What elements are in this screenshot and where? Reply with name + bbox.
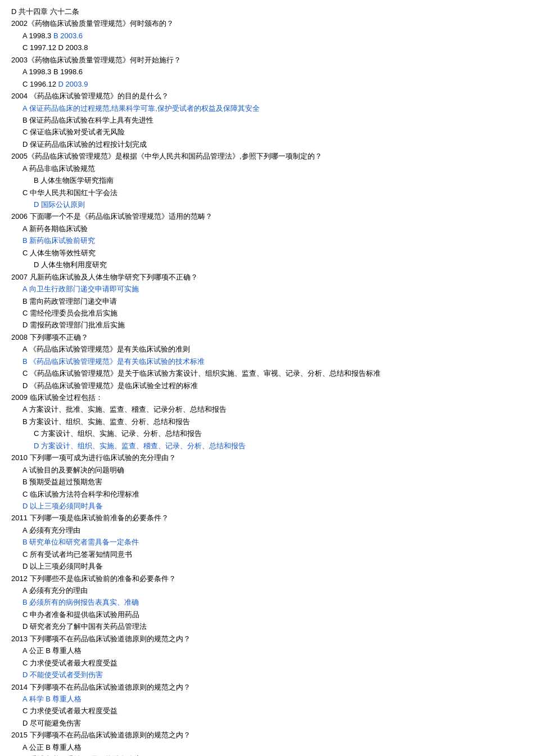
line-19: B 新药临床试验前研究: [11, 235, 523, 246]
line-16: D 国际公认原则: [11, 199, 523, 210]
line-43: A 必须有充分理由: [11, 524, 523, 536]
line-53: A 公正 B 尊重人格: [11, 645, 523, 656]
line-17: 2006 下面哪一个不是《药品临床试验管理规范》适用的范畴？: [11, 210, 523, 222]
line-26: D 需报药政管理部门批准后实施: [11, 319, 523, 331]
line-38: A 试验目的及要解决的问题明确: [11, 464, 523, 476]
line-13: A 药品非临床试验规范: [11, 163, 523, 174]
line-24: B 需向药政管理部门递交申请: [11, 295, 523, 307]
line-29: B 《药品临床试验管理规范》是有关临床试验的技术标准: [11, 356, 523, 367]
line-10: C 保证临床试验对受试者无风险: [11, 126, 523, 138]
line-42: 2011 下列哪一项是临床试验前准备的必要条件？: [11, 512, 523, 524]
line-28: A 《药品临床试验管理规范》是有关临床试验的准则: [11, 343, 523, 355]
line-61: A 公正 B 尊重人格: [11, 741, 523, 753]
line-54: C 力求使受试者最大程度受益: [11, 657, 523, 669]
line-7: 2004 《药品临床试验管理规范》的目的是什么？: [11, 90, 523, 102]
line-31: D 《药品临床试验管理规范》是临床试验全过程的标准: [11, 380, 523, 392]
line-2: A 1998.3 B 2003.6: [11, 30, 523, 42]
line-20: C 人体生物等效性研究: [11, 247, 523, 259]
line-46: D 以上三项必须同时具备: [11, 560, 523, 572]
line-30: C 《药品临床试验管理规范》是关于临床试验方案设计、组织实施、监查、审视、记录、…: [11, 367, 523, 379]
line-5: A 1998.3 B 1998.6: [11, 66, 523, 78]
line-12: 2005《药品临床试验管理规范》是根据《中华人民共和国药品管理法》,参照下列哪一…: [11, 150, 523, 162]
line-32: 2009 临床试验全过程包括：: [11, 392, 523, 403]
line-34: B 方案设计、组织、实施、监查、分析、总结和报告: [11, 416, 523, 428]
line-59: D 尽可能避免伤害: [11, 717, 523, 729]
line-21: D 人体生物利用度研究: [11, 259, 523, 271]
line-8: A 保证药品临床的过程规范,结果科学可靠,保护受试者的权益及保障其安全: [11, 102, 523, 114]
line-6: C 1996.12 D 2003.9: [11, 78, 523, 90]
line-9: B 保证药品临床试验在科学上具有先进性: [11, 114, 523, 126]
line-0: D 共十四章 六十二条: [11, 6, 523, 17]
line-14: B 人体生物医学研究指南: [11, 174, 523, 186]
line-11: D 保证药品临床试验的过程按计划完成: [11, 138, 523, 150]
line-3: C 1997.12 D 2003.8: [11, 42, 523, 53]
line-25: C 需经伦理委员会批准后实施: [11, 307, 523, 319]
line-41: D 以上三项必须同时具备: [11, 500, 523, 512]
line-35: C 方案设计、组织、实施、记录、分析、总结和报告: [11, 428, 523, 439]
line-4: 2003《药物临床试验质量管理规范》何时开始施行？: [11, 54, 523, 66]
line-51: D 研究者充分了解中国有关药品管理法: [11, 620, 523, 632]
line-22: 2007 凡新药临床试验及人体生物学研究下列哪项不正确？: [11, 271, 523, 283]
line-56: 2014 下列哪项不在药品临床试验道德原则的规范之内？: [11, 681, 523, 693]
line-37: 2010 下列哪一项可成为进行临床试验的充分理由？: [11, 452, 523, 464]
line-33: A 方案设计、批准、实施、监查、稽查、记录分析、总结和报告: [11, 403, 523, 415]
line-50: C 申办者准备和提供临床试验用药品: [11, 609, 523, 620]
line-18: A 新药各期临床试验: [11, 223, 523, 235]
line-48: A 必须有充分的理由: [11, 584, 523, 596]
line-44: B 研究单位和研究者需具备一定条件: [11, 536, 523, 548]
line-62: C 受试者必须受益 D 尽可能避免伤害: [11, 753, 523, 756]
line-23: A 向卫生行政部门递交申请即可实施: [11, 283, 523, 295]
line-27: 2008 下列哪项不正确？: [11, 331, 523, 343]
line-47: 2012 下列哪些不是临床试验前的准备和必要条件？: [11, 573, 523, 584]
line-45: C 所有受试者均已签署知情同意书: [11, 548, 523, 560]
line-58: C 力求使受试者最大程度受益: [11, 705, 523, 717]
line-49: B 必须所有的病例报告表真实、准确: [11, 596, 523, 608]
line-15: C 中华人民共和国红十字会法: [11, 187, 523, 199]
line-60: 2015 下列哪项不在药品临床试验道德原则的规范之内？: [11, 729, 523, 741]
line-52: 2013 下列哪项不在药品临床试验道德原则的规范之内？: [11, 633, 523, 645]
line-40: C 临床试验方法符合科学和伦理标准: [11, 488, 523, 500]
line-39: B 预期受益超过预期危害: [11, 476, 523, 488]
line-1: 2002《药物临床试验质量管理规范》何时颁布的？: [11, 17, 523, 29]
line-55: D 不能使受试者受到伤害: [11, 669, 523, 681]
line-36: D 方案设计、组织、实施、监查、稽查、记录、分析、总结和报告: [11, 440, 523, 452]
main-content: D 共十四章 六十二条2002《药物临床试验质量管理规范》何时颁布的？A 199…: [11, 6, 523, 756]
line-57: A 科学 B 尊重人格: [11, 693, 523, 705]
